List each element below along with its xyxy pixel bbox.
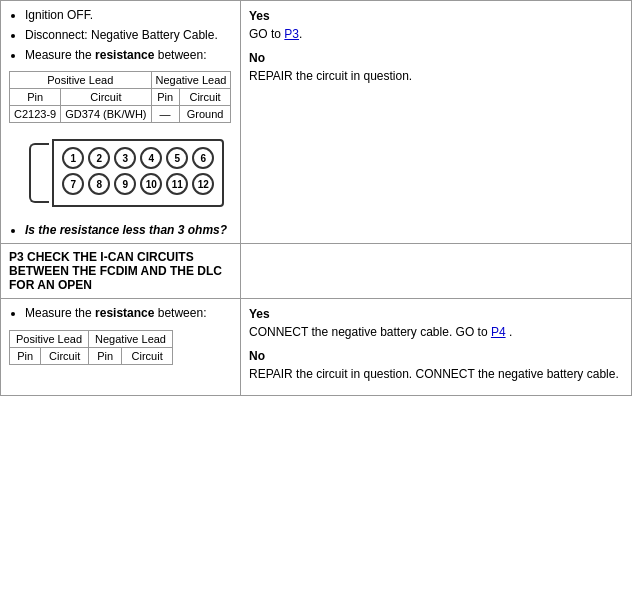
pin-2: 2 bbox=[88, 147, 110, 169]
connector-tab bbox=[29, 143, 49, 203]
pin-7: 7 bbox=[62, 173, 84, 195]
pin-4: 4 bbox=[140, 147, 162, 169]
row3-instructions: Measure the resistance between: bbox=[9, 305, 232, 322]
cell-pin-dash: — bbox=[151, 106, 179, 123]
question-item: Is the resistance less than 3 ohms? bbox=[25, 223, 232, 237]
row2: P3 CHECK THE I-CAN CIRCUITS BETWEEN THE … bbox=[1, 244, 631, 299]
cell-pin-c2123: C2123-9 bbox=[10, 106, 61, 123]
small-sub-pin-2: Pin bbox=[89, 348, 122, 365]
p4-link[interactable]: P4 bbox=[491, 325, 506, 339]
row3-no-block: No REPAIR the circuit in question. CONNE… bbox=[249, 347, 623, 383]
row3-yes-block: Yes CONNECT the negative battery cable. … bbox=[249, 305, 623, 341]
resistance-table: Positive Lead Negative Lead Pin Circuit … bbox=[9, 71, 231, 123]
small-sub-circuit-1: Circuit bbox=[41, 348, 89, 365]
pin-10: 10 bbox=[140, 173, 162, 195]
row3-left: Measure the resistance between: Positive… bbox=[1, 299, 241, 395]
list-item-1: Ignition OFF. bbox=[25, 7, 232, 24]
no-label: No bbox=[249, 51, 265, 65]
sub-pin-1: Pin bbox=[10, 89, 61, 106]
cell-circuit-gd374: GD374 (BK/WH) bbox=[61, 106, 151, 123]
col-right: Yes GO to P3. No REPAIR the circuit in q… bbox=[241, 1, 631, 243]
negative-lead-header: Negative Lead bbox=[151, 72, 231, 89]
small-sub-pin-1: Pin bbox=[10, 348, 41, 365]
col-left: Ignition OFF. Disconnect: Negative Batte… bbox=[1, 1, 241, 243]
no-block: No REPAIR the circuit in question. bbox=[249, 49, 623, 85]
question-list: Is the resistance less than 3 ohms? bbox=[9, 223, 232, 237]
list-item-3: Measure the resistance between: bbox=[25, 47, 232, 64]
row3-no-label: No bbox=[249, 349, 265, 363]
p3-link[interactable]: P3 bbox=[284, 27, 299, 41]
p3-header: P3 CHECK THE I-CAN CIRCUITS BETWEEN THE … bbox=[1, 244, 241, 298]
sub-circuit-2: Circuit bbox=[179, 89, 231, 106]
connector-pins-area: 1 2 3 4 5 6 7 8 9 10 11 12 bbox=[52, 139, 224, 207]
row3-yes-text-connect: CONNECT the negative battery cable. GO t… bbox=[249, 325, 491, 339]
small-positive-lead-header: Positive Lead bbox=[10, 331, 89, 348]
row3-no-text: REPAIR the circuit in question. CONNECT … bbox=[249, 367, 619, 381]
no-text: REPAIR the circuit in question. bbox=[249, 69, 412, 83]
row1: Ignition OFF. Disconnect: Negative Batte… bbox=[1, 1, 631, 244]
row3-yes-label: Yes bbox=[249, 307, 270, 321]
pin-1: 1 bbox=[62, 147, 84, 169]
pin-11: 11 bbox=[166, 173, 188, 195]
row3-measure-item: Measure the resistance between: bbox=[25, 305, 232, 322]
pin-5: 5 bbox=[166, 147, 188, 169]
instructions-list: Ignition OFF. Disconnect: Negative Batte… bbox=[9, 7, 232, 63]
small-resistance-table: Positive Lead Negative Lead Pin Circuit … bbox=[9, 330, 173, 365]
row2-right bbox=[241, 244, 631, 298]
yes-text-prefix: GO to bbox=[249, 27, 284, 41]
pin-row-1: 1 2 3 4 5 6 bbox=[62, 147, 214, 169]
sub-pin-2: Pin bbox=[151, 89, 179, 106]
yes-block: Yes GO to P3. bbox=[249, 7, 623, 43]
positive-lead-header: Positive Lead bbox=[10, 72, 152, 89]
list-item-2: Disconnect: Negative Battery Cable. bbox=[25, 27, 232, 44]
small-sub-circuit-2: Circuit bbox=[122, 348, 173, 365]
pin-9: 9 bbox=[114, 173, 136, 195]
pin-row-2: 7 8 9 10 11 12 bbox=[62, 173, 214, 195]
pin-12: 12 bbox=[192, 173, 214, 195]
pin-3: 3 bbox=[114, 147, 136, 169]
connector-diagram: 1 2 3 4 5 6 7 8 9 10 11 12 bbox=[29, 139, 224, 207]
pin-6: 6 bbox=[192, 147, 214, 169]
main-container: Ignition OFF. Disconnect: Negative Batte… bbox=[0, 0, 632, 396]
yes-text-suffix: . bbox=[299, 27, 302, 41]
sub-circuit-1: Circuit bbox=[61, 89, 151, 106]
row3: Measure the resistance between: Positive… bbox=[1, 299, 631, 395]
yes-label: Yes bbox=[249, 9, 270, 23]
small-negative-lead-header: Negative Lead bbox=[89, 331, 173, 348]
row3-right: Yes CONNECT the negative battery cable. … bbox=[241, 299, 631, 395]
cell-circuit-ground: Ground bbox=[179, 106, 231, 123]
row3-yes-period: . bbox=[506, 325, 513, 339]
pin-8: 8 bbox=[88, 173, 110, 195]
